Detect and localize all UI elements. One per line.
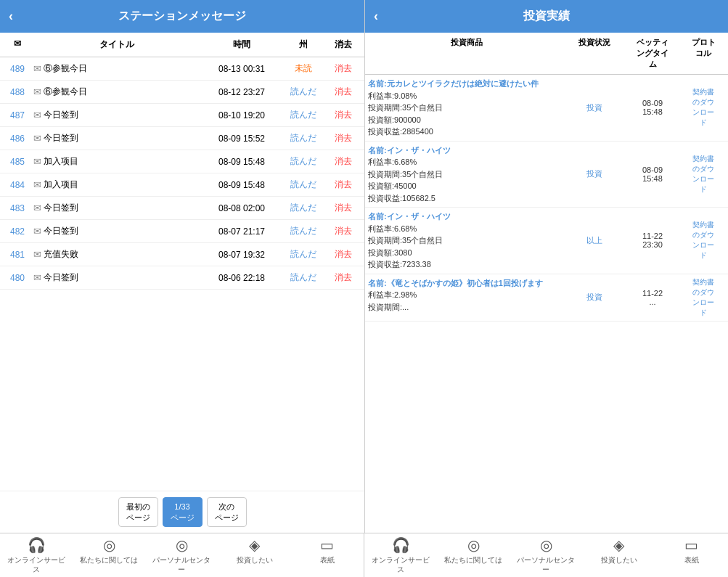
- row-status: 読んだ: [282, 224, 325, 239]
- envelope-icon: ✉: [33, 226, 41, 237]
- left-back-button[interactable]: ‹: [9, 9, 13, 24]
- right-row-download-link[interactable]: 契約書 のダウ ンロー ド: [682, 78, 725, 138]
- nav-label: 私たちに関しては: [444, 555, 502, 565]
- envelope-icon: ✉: [33, 202, 41, 213]
- row-status: 読んだ: [282, 247, 325, 262]
- right-row-download-link[interactable]: 契約書 のダウ ンロー ド: [682, 144, 725, 205]
- row-id: 484: [3, 179, 32, 192]
- right-row-name: 名前:《竜とそばかすの姫》初心者は1回投げます: [368, 279, 543, 287]
- left-table-row[interactable]: 481 ✉ 充值失败 08-07 19:32 読んだ 消去: [0, 243, 364, 266]
- envelope-icon: ✉: [33, 272, 41, 283]
- row-delete-button[interactable]: 消去: [325, 247, 361, 262]
- left-table-row[interactable]: 489 ✉ ⑥参観今日 08-13 00:31 未読 消去: [0, 57, 364, 81]
- right-row-detail: 名前:《竜とそばかすの姫》初心者は1回投げます 利益率:2.98% 投資期間:.…: [368, 277, 565, 318]
- row-delete-button[interactable]: 消去: [325, 200, 361, 216]
- row-id: 485: [3, 155, 32, 168]
- left-table-row[interactable]: 480 ✉ 今日签到 08-06 22:18 読んだ 消去: [0, 266, 364, 290]
- row-delete-button[interactable]: 消去: [325, 107, 361, 123]
- row-status: 読んだ: [282, 154, 325, 169]
- left-table-row[interactable]: 485 ✉ 加入项目 08-09 15:48 読んだ 消去: [0, 150, 364, 173]
- left-table-row[interactable]: 484 ✉ 加入项目 08-09 15:48 読んだ 消去: [0, 173, 364, 197]
- right-row-download-link[interactable]: 契約書 のダウ ンロー ド: [682, 277, 725, 318]
- nav-label: 投資したい: [601, 555, 637, 565]
- left-table-row[interactable]: 483 ✉ 今日签到 08-08 02:00 読んだ 消去: [0, 197, 364, 220]
- nav-item[interactable]: ◎ 私たちに関しては: [444, 536, 502, 574]
- nav-item[interactable]: ◈ 投資したい: [590, 536, 648, 574]
- left-header: ‹ ステーションメッセージ: [0, 0, 364, 33]
- current-page-button[interactable]: 1/33 ページ: [163, 497, 203, 527]
- nav-label: パーソナルセンター: [152, 555, 210, 574]
- right-row-name: 名前:イン・ザ・ハイツ: [368, 212, 451, 221]
- row-time: 08-13 00:31: [202, 62, 282, 75]
- right-row-status: 投資: [565, 144, 623, 205]
- right-row-time: 11-22 23:30: [623, 210, 682, 271]
- nav-item[interactable]: ▭ 表紙: [298, 536, 356, 574]
- nav-label: 表紙: [684, 555, 699, 565]
- row-title: ✉ 加入项目: [32, 154, 202, 169]
- nav-item[interactable]: ◈ 投資したい: [226, 536, 284, 574]
- envelope-icon: ✉: [33, 86, 41, 97]
- right-col-header-product: 投資商品: [368, 36, 565, 71]
- row-delete-button[interactable]: 消去: [325, 177, 361, 192]
- row-title: ✉ 充值失败: [32, 247, 202, 262]
- right-back-button[interactable]: ‹: [374, 9, 378, 24]
- nav-item[interactable]: 🎧 オンラインサービス: [372, 536, 430, 574]
- right-header: ‹ 投資実績: [365, 0, 728, 33]
- nav-icon: ◎: [103, 536, 115, 554]
- right-col-header-time: ベッティングタイム: [623, 36, 682, 71]
- row-delete-button[interactable]: 消去: [325, 61, 361, 76]
- nav-item[interactable]: ▭ 表紙: [663, 536, 721, 574]
- nav-item[interactable]: 🎧 オンラインサービス: [7, 536, 65, 574]
- nav-item[interactable]: ◎ 私たちに関しては: [80, 536, 138, 574]
- row-title: ✉ 今日签到: [32, 200, 202, 216]
- col-header-time: 時間: [202, 37, 282, 52]
- nav-item[interactable]: ◎ パーソナルセンター: [152, 536, 210, 574]
- next-page-button[interactable]: 次の ページ: [207, 497, 247, 527]
- left-table-row[interactable]: 488 ✉ ⑥参観今日 08-12 23:27 読んだ 消去: [0, 81, 364, 104]
- left-table-row[interactable]: 487 ✉ 今日签到 08-10 19:20 読んだ 消去: [0, 104, 364, 127]
- row-delete-button[interactable]: 消去: [325, 131, 361, 146]
- nav-icon: ◎: [467, 536, 480, 554]
- row-title: ✉ 加入项目: [32, 177, 202, 192]
- right-table-header: 投資商品 投資状況 ベッティングタイム プロトコル: [365, 33, 728, 75]
- bottom-nav: 🎧 オンラインサービス ◎ 私たちに関しては ◎ パーソナルセンター ◈ 投資し…: [0, 533, 728, 577]
- nav-item[interactable]: ◎ パーソナルセンター: [517, 536, 575, 574]
- right-row-download-link[interactable]: 契約書 のダウ ンロー ド: [682, 210, 725, 271]
- row-id: 489: [3, 62, 32, 75]
- left-table-header: ✉ タイトル 時間 州 消去: [0, 33, 364, 57]
- envelope-icon: ✉: [33, 249, 41, 260]
- right-row-detail: 名前:イン・ザ・ハイツ 利益率:6.68% 投資期間:35个自然日 投資額:45…: [368, 144, 565, 205]
- row-delete-button[interactable]: 消去: [325, 154, 361, 169]
- envelope-icon: ✉: [33, 63, 41, 74]
- row-delete-button[interactable]: 消去: [325, 224, 361, 239]
- col-header-status: 州: [282, 37, 325, 52]
- left-table-row[interactable]: 482 ✉ 今日签到 08-07 21:17 読んだ 消去: [0, 220, 364, 243]
- row-id: 486: [3, 132, 32, 145]
- row-delete-button[interactable]: 消去: [325, 84, 361, 99]
- row-time: 08-09 15:52: [202, 132, 282, 145]
- row-time: 08-06 22:18: [202, 271, 282, 285]
- col-header-title: タイトル: [32, 37, 202, 52]
- right-title: 投資実績: [523, 9, 570, 24]
- row-status: 読んだ: [282, 131, 325, 146]
- envelope-icon: ✉: [33, 179, 41, 190]
- row-id: 480: [3, 271, 32, 285]
- nav-icon: 🎧: [392, 536, 410, 554]
- right-table-row: 名前:元カレとツイラクだけは絶対に避けたい件 利益率:9.08% 投資期間:35…: [365, 75, 728, 142]
- right-row-detail: 名前:イン・ザ・ハイツ 利益率:6.68% 投資期間:35个自然日 投資額:30…: [368, 210, 565, 271]
- right-row-status: 投資: [565, 277, 623, 318]
- row-time: 08-09 15:48: [202, 179, 282, 192]
- nav-label: 投資したい: [237, 555, 273, 565]
- nav-icon: ◎: [176, 536, 188, 554]
- first-page-button[interactable]: 最初の ページ: [118, 497, 158, 527]
- right-col-header-status: 投資状況: [565, 36, 623, 71]
- right-row-detail: 名前:元カレとツイラクだけは絶対に避けたい件 利益率:9.08% 投資期間:35…: [368, 78, 565, 138]
- row-status: 読んだ: [282, 84, 325, 99]
- right-table-body: 名前:元カレとツイラクだけは絶対に避けたい件 利益率:9.08% 投資期間:35…: [365, 75, 728, 533]
- right-row-status: 以上: [565, 210, 623, 271]
- row-status: 未読: [282, 61, 325, 76]
- row-delete-button[interactable]: 消去: [325, 270, 361, 285]
- envelope-icon: ✉: [33, 110, 41, 120]
- right-table-row: 名前:イン・ザ・ハイツ 利益率:6.68% 投資期間:35个自然日 投資額:30…: [365, 208, 728, 274]
- left-table-row[interactable]: 486 ✉ 今日签到 08-09 15:52 読んだ 消去: [0, 127, 364, 150]
